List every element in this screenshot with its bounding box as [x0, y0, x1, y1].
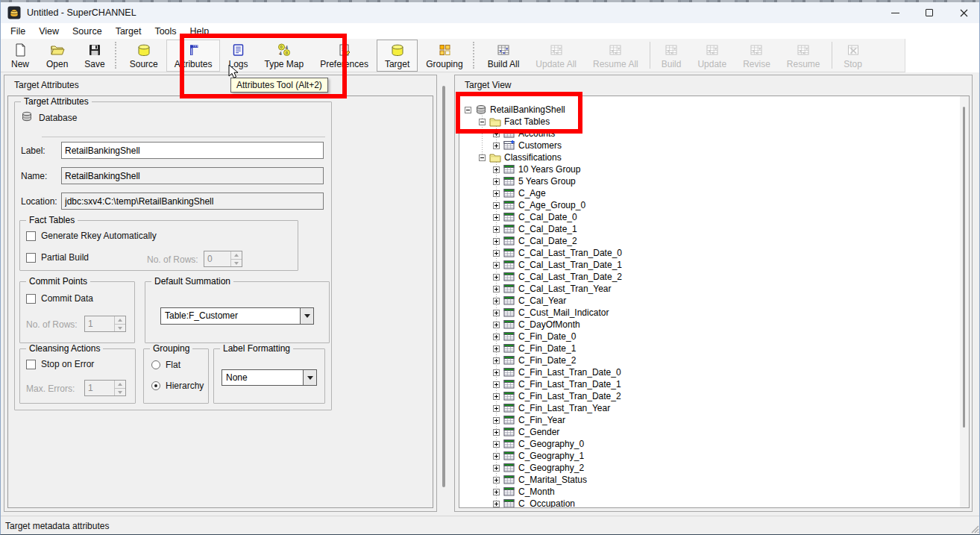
- expand-icon[interactable]: [493, 166, 500, 173]
- expand-icon[interactable]: [493, 190, 500, 197]
- spinner-arrows[interactable]: [114, 316, 125, 331]
- menu-help[interactable]: Help: [183, 25, 216, 38]
- expand-icon[interactable]: [493, 178, 500, 185]
- tree-item-c-fin-last-tran-date-0[interactable]: C_Fin_Last_Tran_Date_0: [459, 366, 960, 378]
- label-formatting-select[interactable]: None: [222, 369, 317, 386]
- label-input[interactable]: [61, 142, 324, 159]
- expand-icon[interactable]: [493, 405, 500, 412]
- toolbar-update-all-button[interactable]: Update All: [527, 40, 585, 72]
- expand-icon[interactable]: [493, 357, 500, 364]
- toolbar-new-button[interactable]: New: [2, 40, 38, 72]
- expand-icon[interactable]: [493, 262, 500, 269]
- expand-icon[interactable]: [493, 393, 500, 400]
- stop-on-error-checkbox[interactable]: Stop on Error: [26, 359, 94, 369]
- toolbar-preferences-button[interactable]: Preferences: [312, 40, 377, 72]
- collapse-icon[interactable]: [465, 107, 471, 113]
- menu-target[interactable]: Target: [109, 25, 148, 38]
- tree-item-c-fin-last-tran-date-1[interactable]: C_Fin_Last_Tran_Date_1: [459, 378, 960, 390]
- tree-item-c-dayofmonth[interactable]: C_DayOfMonth: [459, 319, 960, 331]
- toolbar-resume-button[interactable]: Resume: [779, 40, 829, 72]
- tree-item-c-fin-date-1[interactable]: C_Fin_Date_1: [459, 342, 960, 354]
- commit-data-checkbox[interactable]: Commit Data: [26, 293, 93, 304]
- tree-item-classifications[interactable]: Classifications: [459, 151, 960, 163]
- expand-icon[interactable]: [493, 441, 500, 448]
- tree-item-c-fin-date-2[interactable]: C_Fin_Date_2: [459, 354, 960, 366]
- expand-icon[interactable]: [493, 453, 500, 460]
- tree-item-c-month[interactable]: C_Month: [459, 486, 960, 498]
- expand-icon[interactable]: [493, 131, 500, 137]
- toolbar-type-map-button[interactable]: 4400Type Map: [256, 40, 312, 72]
- tree-item-c-cal-year[interactable]: C_Cal_Year: [459, 295, 960, 307]
- tree-item-fact-tables[interactable]: Fact Tables: [459, 116, 960, 128]
- expand-icon[interactable]: [493, 286, 500, 292]
- expand-icon[interactable]: [493, 226, 500, 233]
- toolbar-target-button[interactable]: Target: [377, 40, 418, 72]
- hierarchy-radio[interactable]: Hierarchy: [151, 381, 204, 391]
- tree-item-10-years-group[interactable]: 10 Years Group: [459, 163, 960, 175]
- expand-icon[interactable]: [493, 274, 500, 281]
- partial-build-checkbox[interactable]: Partial Build: [26, 252, 89, 263]
- expand-icon[interactable]: [493, 477, 500, 484]
- tree-scrollbar[interactable]: [960, 96, 969, 507]
- tree-item-c-cal-last-tran-year[interactable]: C_Cal_Last_Tran_Year: [459, 283, 960, 295]
- expand-icon[interactable]: [493, 202, 500, 209]
- spinner-arrows[interactable]: [114, 381, 125, 395]
- expand-icon[interactable]: [493, 310, 500, 316]
- tree-item-c-cust-mail-indicator[interactable]: C_Cust_Mail_Indicator: [459, 307, 960, 319]
- tree-item-c-age-group-0[interactable]: C_Age_Group_0: [459, 199, 960, 211]
- tree-item-c-fin-last-tran-year[interactable]: C_Fin_Last_Tran_Year: [459, 402, 960, 414]
- collapse-icon[interactable]: [479, 119, 486, 125]
- expand-icon[interactable]: [493, 381, 500, 388]
- tree-item-c-cal-last-tran-date-2[interactable]: C_Cal_Last_Tran_Date_2: [459, 271, 960, 283]
- location-input[interactable]: [61, 193, 324, 210]
- tree-item-c-cal-last-tran-date-1[interactable]: C_Cal_Last_Tran_Date_1: [459, 259, 960, 271]
- expand-icon[interactable]: [493, 345, 500, 352]
- expand-icon[interactable]: [493, 465, 500, 472]
- toolbar-grouping-button[interactable]: Grouping: [418, 40, 471, 72]
- toolbar-build-button[interactable]: Build: [653, 40, 690, 72]
- expand-icon[interactable]: [493, 369, 500, 376]
- max-errors-spinner[interactable]: 1: [84, 380, 126, 396]
- expand-icon[interactable]: [493, 322, 500, 328]
- expand-icon[interactable]: [493, 489, 500, 495]
- expand-icon[interactable]: [493, 501, 500, 507]
- no-of-rows-spinner[interactable]: 0: [204, 251, 242, 267]
- toolbar-stop-button[interactable]: Stop: [835, 40, 871, 72]
- tree-item-c-geography-0[interactable]: C_Geography_0: [459, 438, 960, 450]
- dropdown-arrow-icon[interactable]: [300, 308, 313, 324]
- collapse-icon[interactable]: [479, 154, 486, 161]
- spinner-arrows[interactable]: [230, 251, 242, 266]
- toolbar-logs-button[interactable]: Logs: [220, 40, 256, 72]
- tree-item-retailbankingshell[interactable]: RetailBankingShell: [459, 104, 960, 116]
- toolbar-update-button[interactable]: Update: [689, 40, 735, 72]
- resize-grip[interactable]: [969, 523, 979, 534]
- tree-item-c-occupation[interactable]: C_Occupation: [459, 498, 960, 508]
- tree-item-c-geography-2[interactable]: C_Geography_2: [459, 462, 960, 474]
- toolbar-save-button[interactable]: Save: [76, 40, 113, 72]
- tree-item-c-cal-last-tran-date-0[interactable]: C_Cal_Last_Tran_Date_0: [459, 247, 960, 259]
- tree-item-c-age[interactable]: C_Age: [459, 187, 960, 199]
- expand-icon[interactable]: [493, 143, 500, 149]
- menu-tools[interactable]: Tools: [148, 25, 183, 38]
- maximize-button[interactable]: [912, 2, 946, 23]
- generate-rkey-checkbox[interactable]: Generate Rkey Automatically: [26, 231, 157, 241]
- minimize-button[interactable]: [878, 2, 912, 23]
- tree-scrollbar-thumb[interactable]: [963, 107, 965, 428]
- menu-source[interactable]: Source: [66, 25, 109, 38]
- commit-rows-spinner[interactable]: 1: [84, 316, 126, 332]
- toolbar-revise-button[interactable]: Revise: [735, 40, 779, 72]
- tree-item-c-geography-1[interactable]: C_Geography_1: [459, 450, 960, 462]
- dropdown-arrow-icon[interactable]: [303, 370, 316, 385]
- default-summation-select[interactable]: Table:F_Customer: [160, 307, 314, 325]
- expand-icon[interactable]: [493, 298, 500, 304]
- name-input[interactable]: [61, 167, 324, 184]
- close-button[interactable]: [946, 2, 980, 23]
- expand-icon[interactable]: [493, 334, 500, 340]
- tree-item-5-years-group[interactable]: 5 Years Group: [459, 175, 960, 187]
- tree-item-c-cal-date-0[interactable]: C_Cal_Date_0: [459, 211, 960, 223]
- expand-icon[interactable]: [493, 417, 500, 424]
- tree-item-c-cal-date-2[interactable]: C_Cal_Date_2: [459, 235, 960, 247]
- tree-item-c-marital-status[interactable]: C_Marital_Status: [459, 474, 960, 486]
- expand-icon[interactable]: [493, 238, 500, 245]
- toolbar-attributes-button[interactable]: Attributes: [166, 40, 221, 72]
